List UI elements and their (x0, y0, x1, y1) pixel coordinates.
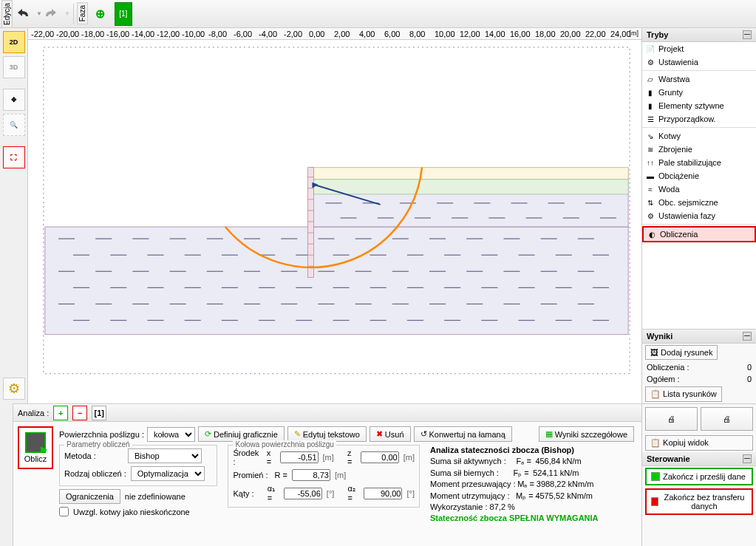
surface-select[interactable]: kołowa (147, 427, 195, 442)
add-phase-button[interactable]: ⊕ (90, 4, 111, 24)
undo-button[interactable] (15, 4, 35, 24)
steering-header: Sterowanie— (642, 452, 756, 466)
z-input[interactable] (361, 451, 399, 463)
mode-label: Pale stabilizujące (658, 158, 721, 167)
mode-item-ustawienia-fazy[interactable]: ⚙Ustawienia fazy (642, 209, 756, 222)
remove-analysis-button[interactable]: − (72, 406, 87, 420)
mode-item-elementy-sztywne[interactable]: ▮Elementy sztywne (642, 99, 756, 112)
phase-tab[interactable]: Faza (77, 2, 88, 24)
print-color-button[interactable]: 🖨 (701, 407, 753, 431)
mode-item-obliczenia[interactable]: ◐Obliczenia (642, 226, 756, 242)
mode-item-obci-enie[interactable]: ▬Obciążenie (642, 169, 756, 182)
plus-icon: 🖼 (650, 348, 658, 357)
edit-text-button[interactable]: ✎Edytuj tekstowo (287, 426, 367, 442)
minimize-icon[interactable]: — (743, 30, 752, 39)
calculate-icon (25, 432, 46, 453)
mode-icon: 📄 (645, 44, 655, 54)
fit-button[interactable]: ⛶ (3, 146, 25, 168)
method-select[interactable]: Bishop (128, 448, 202, 463)
calc-side-tab[interactable] (0, 403, 13, 546)
mode-item-przyporz-dkow-[interactable]: ☰Przyporządkow. (642, 112, 756, 126)
mode-icon: ⇅ (645, 197, 655, 208)
left-toolbar: 2D 3D ✥ 🔍 ⛶ (0, 28, 28, 403)
add-analysis-button[interactable]: + (53, 406, 68, 420)
mode-label: Woda (658, 185, 680, 194)
calculate-button[interactable]: Oblicz (18, 426, 53, 469)
mode-icon: ◐ (647, 229, 657, 239)
check-icon (651, 472, 660, 481)
mode-item-woda[interactable]: ≈Woda (642, 182, 756, 196)
mode-label: Przyporządkow. (658, 115, 716, 123)
analysis-bar: Analiza : + − [1] (13, 404, 641, 422)
view-2d-button[interactable]: 2D (3, 31, 25, 53)
add-drawing-button[interactable]: 🖼 Dodaj rysunek (645, 345, 718, 360)
mode-label: Projekt (658, 44, 684, 53)
mode-label: Ustawienia fazy (658, 211, 715, 220)
pan-button[interactable]: ✥ (3, 89, 25, 111)
print-button[interactable]: 🖨 (645, 407, 698, 431)
mode-item-zbrojenie[interactable]: ≋Zbrojenie (642, 143, 756, 156)
calc-type-select[interactable]: Optymalizacja (131, 466, 205, 481)
finish-send-button[interactable]: Zakończ i prześlij dane (645, 468, 753, 485)
ruler-horizontal: -22,00 -20,00 -18,00 -16,00 -14,00 -12,0… (28, 28, 641, 40)
mode-label: Zbrojenie (658, 145, 692, 154)
bottom-right-panel: 🖨 🖨 📋 Kopiuj widok Sterowanie— Zakończ i… (641, 403, 756, 546)
anchors-checkbox[interactable] (59, 507, 69, 516)
mode-item-pale-stabilizuj-ce[interactable]: ↑↑Pale stabilizujące (642, 156, 756, 169)
a2-input[interactable] (364, 488, 402, 499)
svg-rect-4 (310, 180, 628, 194)
mode-label: Elementy sztywne (658, 101, 724, 110)
mode-icon: ▮ (645, 100, 655, 111)
mode-item-warstwa[interactable]: ▱Warstwa (642, 72, 756, 86)
x-input[interactable] (280, 451, 319, 463)
x-icon: ✖ (376, 429, 383, 439)
finish-cancel-button[interactable]: Zakończ bez transferu danych (645, 488, 753, 515)
canvas[interactable]: -22,00 -20,00 -18,00 -16,00 -14,00 -12,0… (28, 28, 641, 403)
mode-label: Ustawienia (658, 58, 698, 66)
minimize-icon[interactable]: — (743, 454, 752, 463)
delete-button[interactable]: ✖Usuń (370, 426, 411, 442)
mode-label: Obc. sejsmiczne (658, 198, 718, 207)
mode-item-ustawienia[interactable]: ⚙Ustawienia (642, 55, 756, 69)
minimize-icon[interactable]: — (743, 332, 752, 341)
redo-button[interactable] (43, 4, 64, 24)
analysis-1-button[interactable]: [1] (92, 406, 106, 420)
mode-item-kotwy[interactable]: ⇘Kotwy (642, 129, 756, 143)
mode-label: Obciążenie (658, 171, 699, 180)
convert-icon: ↺ (420, 429, 427, 439)
list-icon: 📋 (650, 389, 661, 398)
copy-icon: 📋 (650, 438, 661, 447)
modes-tree: 📄Projekt⚙Ustawienia▱Warstwa▮Grunty▮Eleme… (642, 42, 756, 329)
mode-label: Warstwa (658, 75, 689, 83)
mode-item-projekt[interactable]: 📄Projekt (642, 42, 756, 55)
mode-label: Grunty (658, 88, 683, 97)
edit-tab[interactable]: Edycja (1, 0, 13, 28)
phase-1-button[interactable]: [1] (115, 2, 132, 26)
mode-icon: ⚙ (645, 57, 655, 67)
gear-icon: ⚙ (8, 381, 20, 397)
svg-rect-1 (45, 227, 628, 335)
convert-button[interactable]: ↺Konwertuj na łamaną (414, 426, 512, 442)
modes-header: Tryby — (642, 28, 756, 42)
drawing-list-button[interactable]: 📋 Lista rysunków (645, 386, 722, 402)
r-input[interactable] (292, 469, 330, 481)
mode-label: Obliczenia (660, 230, 698, 239)
mode-item-obc-sejsmiczne[interactable]: ⇅Obc. sejsmiczne (642, 196, 756, 209)
settings-gear-button[interactable]: ⚙ (3, 378, 25, 400)
pencil-icon: ✎ (294, 429, 301, 439)
detailed-results-button[interactable]: ▦Wyniki szczegółowe (539, 426, 634, 442)
x-icon (651, 497, 658, 506)
mode-icon: ↑↑ (645, 157, 655, 168)
mode-icon: ▱ (645, 74, 655, 84)
a1-input[interactable] (284, 488, 322, 499)
zoom-button[interactable]: 🔍 (3, 114, 25, 136)
define-graphic-button[interactable]: ⟳Definiuj graficznie (198, 426, 285, 442)
results-text: Analiza stateczności zbocza (Bishop) Sum… (430, 445, 637, 525)
mode-item-grunty[interactable]: ▮Grunty (642, 86, 756, 99)
top-toolbar: Edycja ▼ ▼ Faza ⊕ [1] (0, 0, 756, 28)
copy-view-button[interactable]: 📋 Kopiuj widok (645, 435, 753, 451)
constraints-button[interactable]: Ograniczenia (59, 489, 120, 504)
view-3d-button[interactable]: 3D (3, 56, 25, 78)
mode-icon: ⚙ (645, 211, 655, 221)
svg-rect-3 (310, 168, 628, 180)
